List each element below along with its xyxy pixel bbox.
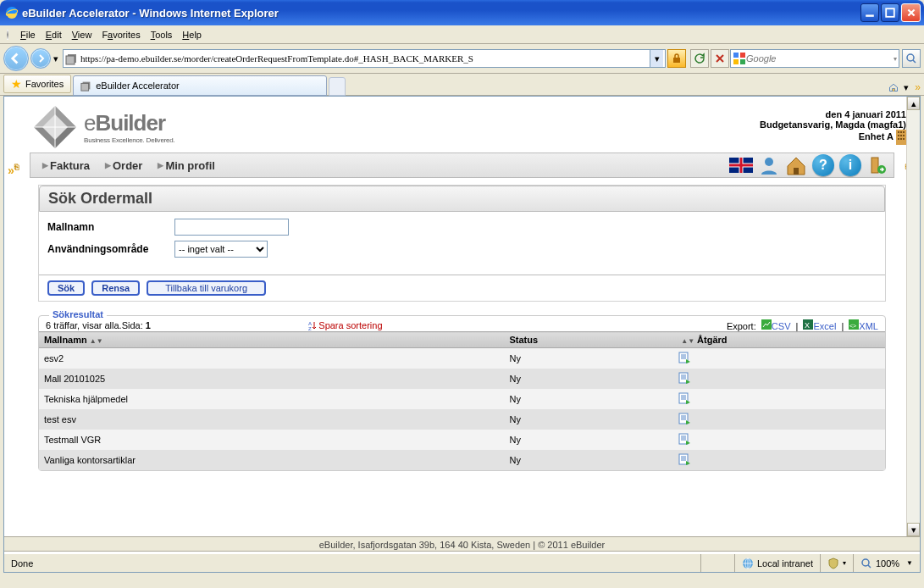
search-input[interactable]: [746, 53, 894, 64]
scroll-down-button[interactable]: ▾: [907, 523, 920, 536]
nav-history-dropdown[interactable]: ▾: [51, 53, 61, 64]
results-table: Mallnamn▲▼ Status ▲▼Åtgärd esv2 Ny Mall …: [39, 331, 885, 470]
vertical-scrollbar[interactable]: ▴ ▾: [906, 97, 920, 536]
button-sok[interactable]: Sök: [47, 280, 85, 296]
address-bar: ▾: [63, 49, 666, 68]
export-excel-link[interactable]: Excel: [813, 321, 836, 331]
expand-left-icon[interactable]: »⎘: [8, 163, 19, 177]
info-icon[interactable]: i: [839, 154, 861, 176]
command-bar-expand-icon[interactable]: »: [911, 81, 921, 93]
window-close-button[interactable]: [901, 3, 921, 22]
cell-status: Ny: [504, 389, 673, 409]
svg-rect-7: [733, 53, 739, 58]
menu-edit[interactable]: Edit: [41, 28, 67, 42]
ie-logo-icon: [5, 6, 19, 19]
svg-rect-3: [886, 8, 894, 17]
button-tillbaka[interactable]: Tillbaka till varukorg: [147, 280, 266, 296]
sort-save-link[interactable]: AZ Spara sortering: [308, 320, 382, 330]
use-template-icon[interactable]: [678, 392, 692, 404]
url-input[interactable]: [80, 53, 650, 64]
svg-rect-13: [81, 83, 89, 91]
window-title-bar: eBuilder Accelerator - Windows Internet …: [0, 0, 924, 25]
building-icon: [896, 130, 906, 145]
new-tab-button[interactable]: [329, 77, 346, 96]
status-done: Done: [4, 554, 701, 572]
favorites-label: Favorites: [25, 79, 64, 89]
table-row: esv2 Ny: [39, 348, 885, 369]
cell-status: Ny: [504, 430, 673, 450]
menu-view[interactable]: View: [67, 28, 97, 42]
svg-point-31: [765, 158, 773, 166]
nav-profil[interactable]: Min profil: [158, 159, 215, 172]
svg-point-11: [907, 54, 914, 61]
menu-favorites[interactable]: Favorites: [97, 28, 145, 42]
svg-rect-25: [898, 135, 899, 136]
select-anvandning[interactable]: -- inget valt --: [174, 241, 268, 258]
col-atgard[interactable]: ▲▼Åtgärd: [673, 332, 885, 348]
cell-mallnamn: Vanliga kontorsartiklar: [39, 450, 504, 470]
menu-help[interactable]: Help: [177, 28, 207, 42]
help-icon[interactable]: ?: [812, 154, 834, 176]
menu-bar: File Edit View Favorites Tools Help: [0, 25, 924, 44]
use-template-icon[interactable]: [678, 433, 692, 445]
status-zoom[interactable]: 100% ▼: [854, 554, 920, 572]
svg-rect-24: [903, 131, 905, 133]
nav-faktura[interactable]: Faktura: [42, 159, 90, 172]
svg-point-68: [862, 559, 869, 566]
svg-rect-27: [903, 135, 905, 136]
status-zone[interactable]: Local intranet: [735, 554, 821, 572]
url-dropdown[interactable]: ▾: [650, 50, 663, 67]
window-maximize-button[interactable]: [881, 3, 899, 22]
use-template-icon[interactable]: [678, 413, 692, 424]
brand-name: eBuilder: [84, 110, 175, 136]
cell-mallnamn: Testmall VGR: [39, 430, 504, 450]
excel-icon: X: [803, 319, 813, 330]
use-template-icon[interactable]: [678, 352, 692, 363]
cell-atgard: [673, 430, 885, 450]
search-go-button[interactable]: [902, 49, 921, 68]
top-toolbar: Faktura Order Min profil ? i: [30, 153, 894, 178]
svg-rect-28: [898, 138, 899, 140]
security-lock-icon[interactable]: [667, 49, 686, 68]
input-mallnamn[interactable]: [174, 219, 289, 236]
svg-rect-5: [66, 56, 75, 64]
cell-mallnamn: esv2: [39, 348, 504, 369]
stop-button[interactable]: [711, 49, 729, 68]
svg-rect-22: [898, 131, 899, 133]
refresh-button[interactable]: [690, 49, 709, 68]
star-icon: ★: [11, 77, 22, 91]
use-template-icon[interactable]: [678, 453, 692, 465]
favorites-button[interactable]: ★ Favorites: [3, 75, 71, 93]
menu-file[interactable]: File: [15, 28, 41, 42]
nav-back-button[interactable]: [3, 46, 29, 71]
export-xml-link[interactable]: XML: [859, 321, 878, 331]
use-template-icon[interactable]: [678, 372, 692, 384]
home-icon[interactable]: [785, 154, 807, 176]
cell-mallnamn: Mall 20101025: [39, 369, 504, 389]
col-status[interactable]: Status: [504, 332, 673, 348]
logo[interactable]: eBuilder Business Excellence. Delivered.: [30, 102, 175, 153]
tab-ebuilder[interactable]: eBuilder Accelerator: [73, 75, 327, 96]
home-dropdown[interactable]: ▾: [903, 80, 910, 95]
exit-icon[interactable]: [866, 154, 888, 176]
svg-rect-9: [733, 59, 739, 64]
col-mallnamn[interactable]: Mallnamn▲▼: [39, 332, 504, 348]
svg-rect-23: [900, 131, 902, 133]
scroll-up-button[interactable]: ▴: [907, 97, 920, 110]
table-row: Mall 20101025 Ny: [39, 369, 885, 389]
results-legend: Sökresultat: [49, 309, 107, 319]
home-button[interactable]: [886, 80, 901, 95]
export-csv-link[interactable]: CSV: [772, 321, 791, 331]
svg-rect-32: [794, 168, 799, 175]
zoom-icon: [860, 557, 872, 569]
button-rensa[interactable]: Rensa: [91, 280, 140, 296]
nav-order[interactable]: Order: [105, 159, 142, 172]
window-minimize-button[interactable]: [860, 3, 879, 22]
nav-forward-button[interactable]: [30, 48, 51, 69]
user-icon[interactable]: [758, 154, 780, 176]
site-icon: [65, 52, 79, 65]
tab-icon: [80, 80, 92, 92]
status-protected[interactable]: ▾: [821, 554, 854, 572]
menu-tools[interactable]: Tools: [146, 28, 178, 42]
language-uk-icon[interactable]: [729, 158, 753, 173]
